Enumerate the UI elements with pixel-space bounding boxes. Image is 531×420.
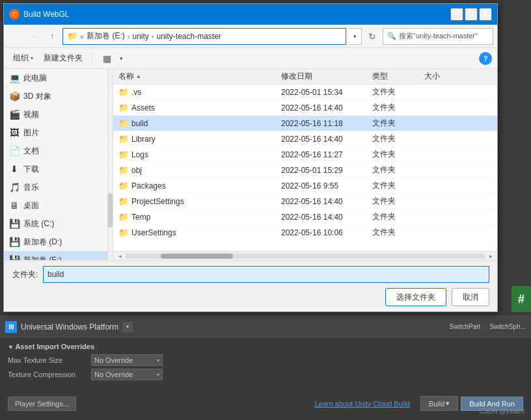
file-date: 2022-05-16 9:55 bbox=[279, 181, 370, 190]
sidebar-item-3dobjects[interactable]: 📦 3D 对象 bbox=[4, 87, 107, 105]
sidebar-item-drive-c[interactable]: 💾 系统 (C:) bbox=[4, 215, 107, 233]
address-dropdown[interactable]: ▾ bbox=[349, 28, 362, 45]
table-row[interactable]: 📁 ProjectSettings 2022-05-16 14:40 文件夹 bbox=[113, 194, 497, 209]
sidebar-item-downloads[interactable]: ⬇ 下载 bbox=[4, 160, 107, 178]
table-row[interactable]: 📁 Assets 2022-05-16 14:40 文件夹 bbox=[113, 100, 497, 116]
select-folder-button[interactable]: 选择文件夹 bbox=[385, 288, 446, 306]
view-button[interactable]: ▦ bbox=[98, 51, 116, 66]
col-header-name[interactable]: 名称 ▲ bbox=[116, 69, 279, 84]
sidebar-item-thispc[interactable]: 💻 此电脑 bbox=[4, 69, 107, 87]
file-type: 文件夹 bbox=[370, 118, 422, 129]
organize-button[interactable]: 组织 ▾ bbox=[9, 51, 37, 66]
path-part-2: unity bbox=[132, 32, 148, 41]
address-path[interactable]: 📁 « 新加卷 (E:) › unity › unity-teach-maste… bbox=[62, 28, 346, 45]
col-header-type[interactable]: 类型 bbox=[370, 69, 422, 84]
dialog-bottom: 文件夹: 选择文件夹 取消 bbox=[4, 260, 497, 311]
table-row[interactable]: 📁 Packages 2022-05-16 9:55 文件夹 bbox=[113, 178, 497, 194]
scroll-right-btn[interactable]: ▸ bbox=[485, 252, 496, 260]
path-part-3: unity-teach-master bbox=[157, 32, 221, 41]
file-date: 2022-05-16 14:40 bbox=[279, 197, 370, 206]
back-button[interactable]: ← bbox=[8, 29, 23, 44]
search-icon: 🔍 bbox=[387, 32, 396, 40]
folder-icon: 📁 bbox=[118, 103, 129, 112]
help-button[interactable]: ? bbox=[479, 52, 492, 65]
sidebar-item-pictures[interactable]: 🖼 图片 bbox=[4, 124, 107, 142]
address-bar: ← → ↑ 📁 « 新加卷 (E:) › unity › unity-teach… bbox=[4, 25, 497, 48]
texture-size-label: Max Texture Size bbox=[8, 356, 86, 364]
sidebar-item-documents[interactable]: 📄 文档 bbox=[4, 142, 107, 160]
col-header-date[interactable]: 修改日期 bbox=[279, 69, 370, 84]
table-row[interactable]: 📁 .vs 2022-05-01 15:34 文件夹 bbox=[113, 85, 497, 100]
texture-compression-select[interactable]: No Override ▾ bbox=[91, 369, 163, 380]
sidebar-item-drive-d[interactable]: 💾 新加卷 (D:) bbox=[4, 233, 107, 251]
csdn-watermark: CSDN @yxlaim bbox=[479, 408, 524, 415]
file-list-container: 名称 ▲ 修改日期 类型 大小 📁 .vs 2022-05-01 15:34 bbox=[113, 69, 497, 260]
sidebar-scrollbar[interactable] bbox=[108, 69, 113, 260]
build-button[interactable]: Build ▾ bbox=[420, 396, 458, 411]
downloads-icon: ⬇ bbox=[9, 164, 20, 174]
switch-part-tab[interactable]: SwitchPart bbox=[450, 323, 481, 330]
cloud-build-link[interactable]: Learn about Unity Cloud Build bbox=[315, 400, 410, 408]
path-separator-1: « bbox=[80, 33, 84, 40]
folder-icon: 📁 bbox=[118, 150, 129, 159]
texture-compression-label: Texture Compression bbox=[8, 371, 86, 378]
file-dialog: ⬡ Build WebGL ─ □ ✕ ← → ↑ 📁 « 新加卷 (E:) ›… bbox=[3, 3, 498, 312]
col-header-size[interactable]: 大小 bbox=[422, 69, 461, 84]
cancel-button[interactable]: 取消 bbox=[452, 288, 489, 306]
sidebar: 💻 此电脑 📦 3D 对象 🎬 视频 🖼 图片 📄 文档 ⬇ 下载 bbox=[4, 69, 108, 260]
horizontal-scrollbar[interactable]: ◂ ▸ bbox=[113, 251, 497, 260]
table-row[interactable]: 📁 Library 2022-05-16 14:40 文件夹 bbox=[113, 131, 497, 147]
hash-tag-icon: # bbox=[511, 286, 531, 312]
file-date: 2022-05-16 11:18 bbox=[279, 119, 370, 128]
folder-icon: 📁 bbox=[118, 181, 129, 190]
folder-icon: 📁 bbox=[118, 212, 129, 222]
file-date: 2022-05-16 14:40 bbox=[279, 135, 370, 144]
texture-size-select[interactable]: No Override ▾ bbox=[91, 354, 163, 366]
file-date: 2022-05-01 15:34 bbox=[279, 88, 370, 97]
table-row[interactable]: 📁 Temp 2022-05-16 14:40 文件夹 bbox=[113, 209, 497, 225]
platform-label: Universal Windows Platform bbox=[21, 322, 118, 332]
documents-icon: 📄 bbox=[9, 146, 20, 156]
search-box[interactable]: 🔍 搜索"unity-teach-master" bbox=[383, 28, 493, 45]
up-button[interactable]: ↑ bbox=[44, 29, 60, 44]
texture-compression-row: Texture Compression No Override ▾ bbox=[8, 369, 523, 380]
sidebar-item-videos[interactable]: 🎬 视频 bbox=[4, 105, 107, 124]
file-type: 文件夹 bbox=[370, 164, 422, 176]
drive-d-label: 新加卷 (D:) bbox=[23, 237, 62, 248]
sidebar-item-drive-e[interactable]: 💾 新加卷 (E:) bbox=[4, 251, 107, 260]
close-button[interactable]: ✕ bbox=[479, 8, 492, 21]
switch-sph-tab[interactable]: SwitchSph... bbox=[489, 323, 526, 330]
table-row[interactable]: 📁 Logs 2022-05-16 11:27 文件夹 bbox=[113, 147, 497, 163]
table-row[interactable]: 📁 obj 2022-05-01 15:29 文件夹 bbox=[113, 163, 497, 178]
forward-button[interactable]: → bbox=[26, 29, 42, 44]
filename-input[interactable] bbox=[43, 266, 489, 283]
file-type: 文件夹 bbox=[370, 180, 422, 191]
folder-icon: 📁 bbox=[118, 165, 129, 175]
player-settings-button[interactable]: Player Settings... bbox=[8, 397, 76, 411]
platform-dropdown[interactable]: ▾ bbox=[122, 322, 133, 332]
path-part-1: 新加卷 (E:) bbox=[87, 31, 125, 42]
file-name: ProjectSettings bbox=[131, 197, 184, 206]
scrollbar-thumb bbox=[161, 254, 233, 259]
table-row[interactable]: 📁 build 2022-05-16 11:18 文件夹 bbox=[113, 116, 497, 131]
maximize-button[interactable]: □ bbox=[465, 8, 478, 21]
build-buttons-row: Player Settings... Learn about Unity Clo… bbox=[0, 391, 531, 416]
sidebar-item-desktop[interactable]: 🖥 桌面 bbox=[4, 196, 107, 215]
file-type: 文件夹 bbox=[370, 102, 422, 113]
file-type: 文件夹 bbox=[370, 86, 422, 98]
refresh-button[interactable]: ↻ bbox=[364, 29, 380, 44]
sidebar-item-music[interactable]: 🎵 音乐 bbox=[4, 178, 107, 196]
pictures-icon: 🖼 bbox=[9, 127, 20, 138]
music-icon: 🎵 bbox=[9, 182, 20, 192]
asset-overrides-section: Asset Import Overrides Max Texture Size … bbox=[0, 337, 531, 388]
file-list: 📁 .vs 2022-05-01 15:34 文件夹 📁 Assets 2022… bbox=[113, 85, 497, 251]
scrollbar-track[interactable] bbox=[125, 254, 485, 259]
scroll-left-btn[interactable]: ◂ bbox=[115, 252, 125, 260]
minimize-button[interactable]: ─ bbox=[450, 8, 463, 21]
view-dropdown-arrow[interactable]: ▾ bbox=[120, 55, 123, 62]
dialog-body: 💻 此电脑 📦 3D 对象 🎬 视频 🖼 图片 📄 文档 ⬇ 下载 bbox=[4, 69, 497, 260]
table-row[interactable]: 📁 UserSettings 2022-05-16 10:06 文件夹 bbox=[113, 225, 497, 241]
file-date: 2022-05-01 15:29 bbox=[279, 166, 370, 175]
new-folder-button[interactable]: 新建文件夹 bbox=[40, 51, 87, 66]
file-name: Assets bbox=[131, 103, 155, 112]
